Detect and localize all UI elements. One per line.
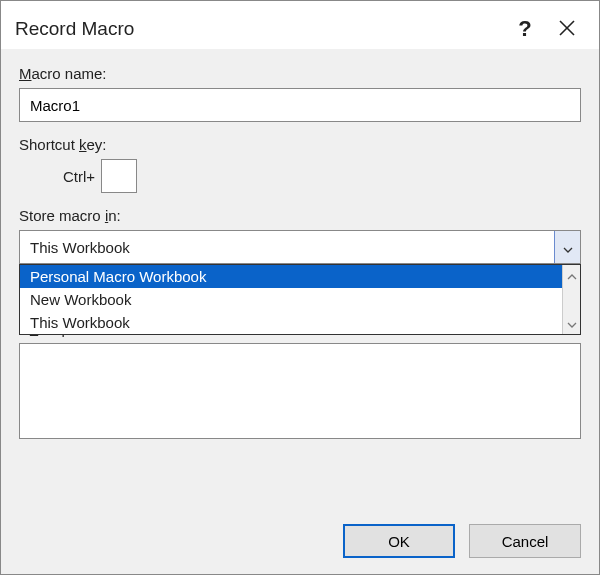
- shortcut-prefix: Ctrl+: [63, 168, 95, 185]
- record-macro-dialog: Record Macro ? Macro name: Shortcut key:…: [0, 0, 600, 575]
- combo-dropdown-button[interactable]: [554, 231, 580, 263]
- store-macro-selected: This Workbook: [20, 239, 554, 256]
- store-macro-combo-wrap: This Workbook Personal Macro Workbook Ne…: [19, 230, 581, 264]
- dialog-body: Macro name: Shortcut key: Ctrl+ Store ma…: [1, 49, 599, 574]
- ok-button[interactable]: OK: [343, 524, 455, 558]
- dropdown-scrollbar[interactable]: [562, 265, 580, 334]
- dropdown-item-personal[interactable]: Personal Macro Workbook: [20, 265, 562, 288]
- chevron-down-icon: [563, 239, 573, 256]
- dropdown-item-new[interactable]: New Workbook: [20, 288, 562, 311]
- titlebar: Record Macro ?: [1, 1, 599, 49]
- description-textarea[interactable]: [19, 343, 581, 439]
- close-button[interactable]: [549, 13, 585, 45]
- store-macro-label: Store macro in:: [19, 207, 581, 224]
- button-row: OK Cancel: [343, 524, 581, 558]
- macro-name-input[interactable]: [19, 88, 581, 122]
- store-macro-combobox[interactable]: This Workbook: [19, 230, 581, 264]
- dropdown-list: Personal Macro Workbook New Workbook Thi…: [20, 265, 562, 334]
- dropdown-item-this[interactable]: This Workbook: [20, 311, 562, 334]
- shortcut-key-input[interactable]: [101, 159, 137, 193]
- dialog-title: Record Macro: [15, 18, 501, 40]
- chevron-up-icon: [567, 267, 577, 284]
- store-macro-dropdown: Personal Macro Workbook New Workbook Thi…: [19, 264, 581, 335]
- shortcut-row: Ctrl+: [19, 159, 581, 193]
- macro-name-label: Macro name:: [19, 65, 581, 82]
- help-button[interactable]: ?: [507, 13, 543, 45]
- chevron-down-icon: [567, 315, 577, 332]
- close-icon: [559, 18, 575, 41]
- cancel-button[interactable]: Cancel: [469, 524, 581, 558]
- shortcut-key-label: Shortcut key:: [19, 136, 581, 153]
